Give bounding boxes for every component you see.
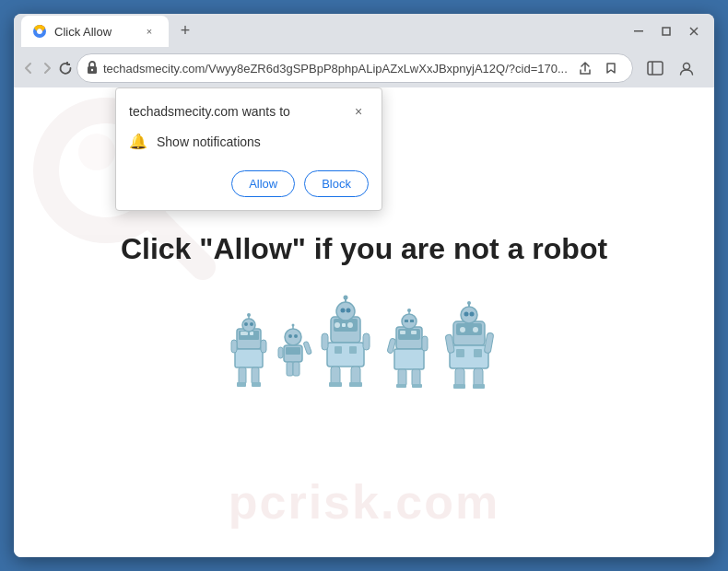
tab-close-button[interactable]: × [141,23,158,40]
svg-rect-19 [241,332,248,335]
url-text: techadsmecity.com/Vwyy8eZR6d3gSPBpP8phpA… [103,62,568,76]
svg-rect-75 [398,369,406,386]
notification-popup: techadsmecity.com wants to × 🔔 Show noti… [115,87,382,211]
page-heading: Click "Allow" if you are not a robot [121,232,607,266]
svg-rect-61 [329,382,342,387]
forward-button[interactable] [40,53,54,83]
tab-title: Click Allow [54,25,134,39]
svg-rect-57 [322,333,328,350]
svg-point-51 [346,308,351,312]
svg-rect-76 [412,369,420,386]
title-bar: Click Allow × + [14,14,714,49]
tab-favicon [32,24,47,39]
svg-point-23 [250,322,253,326]
svg-rect-72 [394,349,424,369]
svg-rect-26 [235,349,263,367]
svg-point-37 [292,323,295,326]
svg-rect-29 [239,367,246,384]
svg-rect-65 [400,331,405,334]
svg-rect-54 [327,343,364,367]
svg-rect-40 [278,347,283,358]
svg-point-25 [247,313,251,317]
minimize-button[interactable] [626,18,652,44]
new-tab-button[interactable]: + [172,17,198,43]
svg-rect-66 [411,331,417,334]
svg-point-47 [347,322,353,328]
active-tab[interactable]: Click Allow × [21,16,169,47]
svg-point-1 [37,29,42,34]
svg-rect-78 [412,384,422,388]
svg-rect-95 [453,384,465,389]
svg-point-83 [461,307,477,323]
popup-action-buttons: Allow Block [116,163,382,210]
svg-rect-2 [634,30,643,32]
svg-rect-3 [663,28,670,35]
svg-point-87 [467,301,471,305]
sidebar-icon[interactable] [640,53,670,83]
svg-point-84 [464,311,469,316]
reload-button[interactable] [58,53,73,83]
window-controls [626,18,707,44]
close-button[interactable] [681,18,707,44]
svg-rect-42 [287,362,293,376]
svg-point-46 [335,322,340,328]
svg-rect-28 [261,340,266,353]
allow-button[interactable]: Allow [231,170,295,197]
address-bar[interactable]: techadsmecity.com/Vwyy8eZR6d3gSPBpP8phpA… [76,53,633,83]
svg-point-35 [294,334,298,338]
lock-icon [87,61,98,76]
svg-rect-43 [293,362,299,376]
bookmark-icon[interactable] [599,56,623,80]
svg-point-10 [683,64,689,70]
popup-close-button[interactable]: × [348,101,369,122]
navigation-bar: techadsmecity.com/Vwyy8eZR6d3gSPBpP8phpA… [14,49,714,87]
menu-icon[interactable] [703,53,714,83]
svg-rect-27 [231,340,237,353]
svg-rect-77 [396,384,406,388]
svg-point-7 [91,68,93,70]
svg-rect-31 [237,382,246,387]
browser-actions [640,53,714,83]
svg-point-53 [344,295,348,299]
share-icon[interactable] [573,56,597,80]
svg-rect-62 [349,382,362,387]
svg-point-67 [402,314,417,329]
svg-rect-32 [252,382,261,387]
bell-icon: 🔔 [129,133,147,150]
svg-point-71 [407,309,411,312]
profile-icon[interactable] [672,53,701,83]
svg-point-22 [244,322,248,326]
popup-title-text: techadsmecity.com wants to [129,104,290,119]
svg-rect-90 [474,349,482,357]
content-area: pcrisk.com Click "Allow" if you are not … [14,87,714,557]
svg-point-34 [288,334,292,338]
svg-rect-92 [484,332,494,354]
svg-point-33 [285,329,301,345]
address-actions [573,56,623,80]
block-button[interactable]: Block [304,170,369,197]
back-button[interactable] [21,53,36,83]
robots-illustration [217,294,511,414]
svg-rect-30 [252,367,259,384]
svg-rect-88 [450,345,488,368]
svg-point-82 [473,327,478,332]
browser-window: Click Allow × + [14,14,714,557]
svg-rect-41 [303,341,311,355]
svg-rect-74 [422,336,428,351]
svg-rect-89 [456,349,464,357]
svg-point-50 [341,308,346,312]
svg-rect-56 [349,346,357,354]
svg-rect-69 [410,320,414,322]
svg-rect-55 [335,346,342,354]
svg-rect-96 [473,384,485,389]
svg-point-21 [242,319,255,332]
svg-rect-68 [405,320,408,322]
svg-rect-58 [363,333,370,350]
svg-rect-20 [250,332,253,335]
svg-rect-48 [342,323,346,327]
svg-point-85 [470,311,475,316]
maximize-button[interactable] [653,18,679,44]
svg-rect-39 [286,347,300,355]
svg-rect-8 [648,62,663,75]
svg-point-81 [460,327,465,332]
